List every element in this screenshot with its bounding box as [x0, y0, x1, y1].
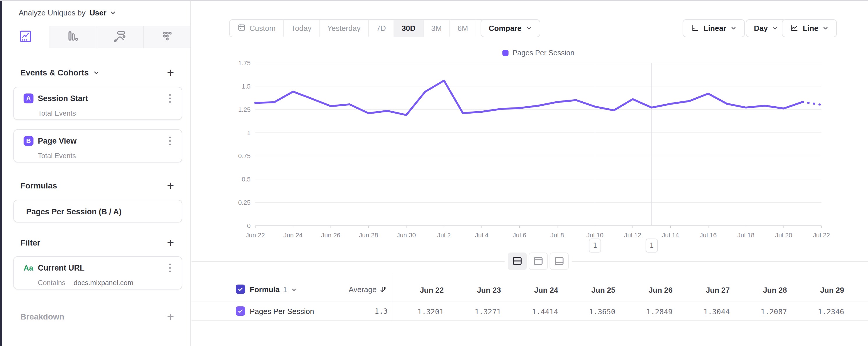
chevron-down-icon	[730, 25, 737, 31]
chart-only-view-button[interactable]	[529, 253, 548, 270]
x-axis-tick-label: Jul 16	[700, 232, 717, 239]
date-column-header[interactable]: Jun 23	[477, 286, 501, 295]
date-column-header[interactable]: Jun 24	[534, 286, 558, 295]
chevron-down-icon	[93, 69, 100, 76]
view-toggle-group	[505, 250, 572, 272]
cell-value: 1.2087	[761, 308, 787, 316]
event-measure[interactable]: Total Events	[38, 152, 76, 160]
flows-tab[interactable]	[96, 26, 143, 48]
event-name: Page View	[38, 137, 76, 146]
formula-card[interactable]: Pages Per Session (B / A)	[13, 200, 182, 223]
line-chart-icon	[19, 29, 33, 45]
range-3m[interactable]: 3M	[423, 20, 450, 37]
range-6m[interactable]: 6M	[450, 20, 476, 37]
filter-value[interactable]: docs.mixpanel.com	[74, 279, 133, 287]
event-badge-b: B	[24, 136, 33, 146]
events-section-title[interactable]: Events & Cohorts	[20, 68, 100, 78]
chart-type-button[interactable]: Line	[782, 19, 837, 37]
date-column-header[interactable]: Jun 27	[706, 286, 730, 295]
kebab-menu-icon[interactable]	[163, 133, 176, 149]
query-builder-sidebar: Analyze Uniques by User Events & Cohorts…	[2, 1, 191, 346]
annotation-badge[interactable]: 1	[589, 238, 601, 253]
event-card-session-start[interactable]: A Session Start Total Events	[13, 87, 182, 120]
chart-top-icon	[532, 255, 544, 268]
axis-scale-button[interactable]: Linear	[683, 19, 745, 37]
line-chart: Pages Per Session 00.250.50.7511.251.51.…	[191, 42, 868, 264]
y-axis-tick-label: 1.75	[238, 59, 251, 67]
range-yesterday[interactable]: Yesterday	[319, 20, 368, 37]
select-all-checkbox[interactable]	[236, 285, 245, 294]
add-breakdown-button[interactable]: +	[167, 311, 174, 323]
x-axis-tick-label: Jul 18	[737, 232, 754, 239]
x-axis-tick-label: Jul 2	[437, 232, 451, 239]
formulas-section-header: Formulas +	[2, 178, 190, 193]
x-axis-tick-label: Jul 10	[587, 232, 604, 239]
analyze-by-value: User	[90, 8, 106, 18]
filter-property-name: Current URL	[38, 264, 85, 272]
kebab-menu-icon[interactable]	[163, 90, 176, 107]
event-badge-a: A	[24, 93, 33, 104]
series-line-incomplete-segment	[803, 102, 822, 105]
cell-value: 1.3044	[704, 308, 730, 316]
string-property-icon: Aa	[24, 264, 33, 272]
line-chart-icon	[790, 24, 799, 33]
series-column-index: 1	[283, 285, 287, 294]
chevron-down-icon	[110, 9, 117, 16]
x-axis-tick-label: Jun 28	[359, 232, 378, 239]
x-axis-tick-label: Jul 6	[513, 232, 526, 239]
range-30d[interactable]: 30D	[394, 20, 423, 37]
insights-line-tab[interactable]	[2, 26, 49, 48]
add-event-button[interactable]: +	[167, 67, 174, 79]
kebab-menu-icon[interactable]	[163, 260, 176, 276]
x-axis-tick-label: Jun 30	[397, 232, 416, 239]
y-axis-tick-label: 1	[247, 129, 251, 137]
cell-value: 1.4414	[532, 308, 558, 316]
chevron-down-icon[interactable]	[291, 287, 297, 293]
cell-value: 1.3271	[475, 308, 501, 316]
range-today[interactable]: Today	[283, 20, 319, 37]
breakdown-section-header: Breakdown +	[2, 310, 190, 324]
y-axis-tick-label: 1.5	[242, 83, 251, 90]
filter-operator[interactable]: Contains	[38, 279, 65, 287]
x-axis-tick-label: Jul 8	[551, 232, 564, 239]
filter-section-title: Filter	[20, 238, 40, 248]
annotation-badge[interactable]: 1	[646, 238, 658, 253]
dots-grid-tab[interactable]	[143, 26, 191, 48]
range-7d[interactable]: 7D	[368, 20, 394, 37]
y-axis-tick-label: 1.25	[238, 106, 251, 113]
date-column-header[interactable]: Jun 25	[591, 286, 615, 295]
compare-button[interactable]: Compare	[480, 19, 540, 37]
filter-card-current-url[interactable]: Aa Current URL Contains docs.mixpanel.co…	[13, 256, 182, 289]
event-measure[interactable]: Total Events	[38, 109, 76, 117]
analyze-by-header: Analyze Uniques by User	[2, 1, 190, 25]
bar-chart-tab[interactable]	[49, 26, 96, 48]
event-name: Session Start	[38, 94, 88, 103]
row-series-name: Pages Per Session	[250, 307, 314, 316]
series-column-label[interactable]: Formula	[250, 285, 280, 294]
row-checkbox[interactable]	[236, 307, 245, 316]
add-filter-button[interactable]: +	[167, 237, 174, 249]
chart-canvas[interactable]: 00.250.50.7511.251.51.75Jun 22Jun 24Jun …	[191, 42, 868, 257]
formula-expression: Pages Per Session (B / A)	[26, 207, 122, 217]
series-line-pages-per-session[interactable]	[255, 81, 803, 115]
date-column-header[interactable]: Jun 26	[649, 286, 672, 295]
analyze-by-selector[interactable]: User	[90, 8, 117, 18]
date-range-control: CustomTodayYesterday7D30D3M6M12M	[229, 19, 506, 37]
event-card-page-view[interactable]: B Page View Total Events	[13, 129, 182, 163]
table-only-view-button[interactable]	[550, 253, 569, 270]
range-custom[interactable]: Custom	[230, 20, 283, 37]
add-formula-button[interactable]: +	[167, 180, 174, 192]
table-data-row[interactable]: Pages Per Session 1.3 1.32011.32711.4414…	[191, 301, 868, 321]
bar-chart-icon	[65, 29, 80, 45]
average-column-header[interactable]: Average	[349, 285, 388, 294]
linear-axis-icon	[691, 24, 700, 33]
x-axis-tick-label: Jul 12	[624, 232, 641, 239]
date-column-header[interactable]: Jun 28	[763, 286, 787, 295]
y-axis-tick-label: 0.75	[238, 152, 251, 160]
visualization-tabbar	[2, 26, 190, 48]
split-view-button[interactable]	[508, 253, 527, 270]
date-column-header[interactable]: Jun 29	[820, 286, 844, 295]
y-axis-tick-label: 0.25	[238, 199, 251, 206]
interval-button[interactable]: Day	[746, 19, 786, 37]
date-column-header[interactable]: Jun 22	[420, 286, 444, 295]
